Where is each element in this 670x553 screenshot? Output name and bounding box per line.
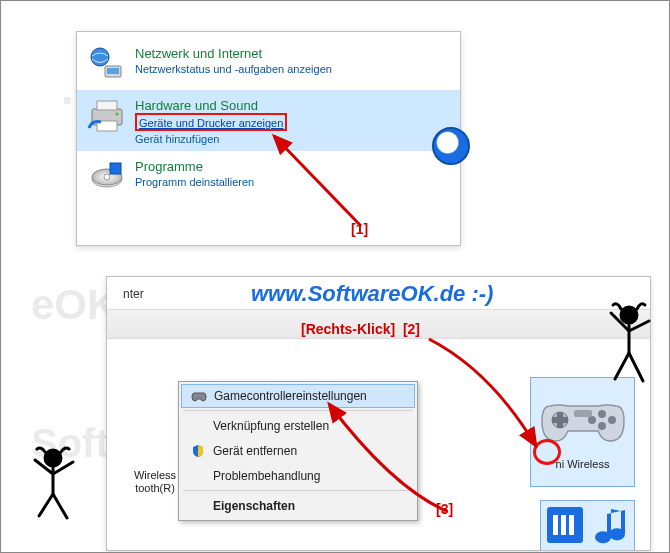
svg-rect-32 — [574, 410, 592, 417]
figure-decoration — [601, 301, 656, 394]
link-devices-printers[interactable]: Geräte und Drucker anzeigen — [139, 117, 283, 129]
network-icon — [87, 44, 127, 84]
link-add-device[interactable]: Gerät hinzufügen — [135, 133, 287, 145]
svg-point-29 — [608, 416, 616, 424]
svg-point-28 — [598, 410, 606, 418]
gamepad-small-icon — [190, 387, 208, 405]
svg-point-38 — [621, 307, 637, 323]
svg-point-30 — [598, 422, 606, 430]
programs-icon — [87, 157, 127, 197]
svg-point-6 — [116, 113, 119, 116]
svg-point-0 — [91, 48, 109, 66]
category-network-title: Netzwerk und Internet — [135, 46, 332, 61]
svg-rect-36 — [569, 515, 574, 535]
svg-rect-27 — [552, 417, 568, 423]
annotation-rightclick: [Rechts-Klick] [2] — [301, 321, 420, 337]
menu-item-label: Gerät entfernen — [213, 444, 297, 458]
svg-point-31 — [588, 416, 596, 424]
clock-icon — [432, 127, 470, 165]
window-title-fragment: nter — [123, 287, 144, 301]
svg-rect-35 — [561, 515, 566, 535]
figure-decoration — [31, 446, 86, 529]
arrow-1 — [266, 128, 386, 238]
link-network-status[interactable]: Netzwerkstatus und -aufgaben anzeigen — [135, 63, 332, 75]
svg-rect-4 — [97, 101, 117, 110]
printer-icon — [87, 96, 127, 136]
menu-item-label: Verknüpfung erstellen — [213, 419, 329, 433]
svg-rect-2 — [107, 68, 119, 74]
shield-icon — [189, 442, 207, 460]
watermark-url: www.SoftwareOK.de :-) — [251, 281, 493, 307]
menu-item-label: Eigenschaften — [213, 499, 295, 513]
arrow-3 — [321, 396, 471, 526]
device-media-partial[interactable] — [540, 500, 635, 551]
link-uninstall-program[interactable]: Programm deinstallieren — [135, 176, 254, 188]
svg-point-37 — [45, 450, 61, 466]
category-hardware-title: Hardware und Sound — [135, 98, 287, 113]
svg-rect-34 — [553, 515, 558, 535]
category-programs-title: Programme — [135, 159, 254, 174]
menu-item-label: Problembehandlung — [213, 469, 320, 483]
svg-line-11 — [274, 136, 361, 226]
svg-rect-10 — [110, 163, 121, 174]
category-network[interactable]: Netzwerk und Internet Netzwerkstatus und… — [77, 38, 460, 90]
svg-point-9 — [104, 174, 110, 180]
